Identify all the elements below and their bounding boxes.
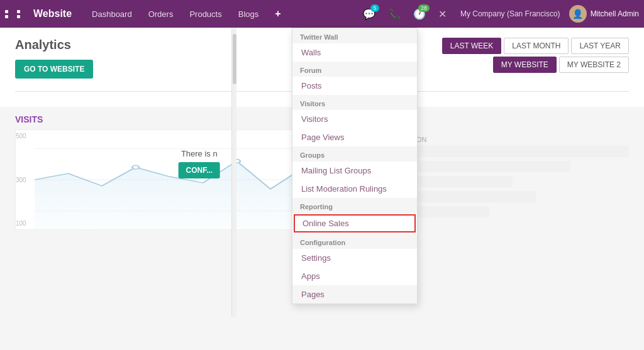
chat-icon-button[interactable]: 💬 5 [358, 6, 380, 23]
chat-badge: 5 [370, 4, 379, 12]
clock-icon-button[interactable]: 🕐 28 [408, 6, 431, 23]
section-header-groups: Groups [292, 146, 417, 161]
menu-item-walls[interactable]: Walls [292, 43, 417, 62]
navbar: Website Dashboard Orders Products Blogs … [0, 0, 644, 28]
username: Mitchell Admin [591, 9, 639, 18]
filter-my-website-2[interactable]: MY WEBSITE 2 [559, 57, 629, 73]
menu-item-mailing-list-groups[interactable]: Mailing List Groups [292, 161, 417, 180]
menu-item-visitors[interactable]: Visitors [292, 110, 417, 128]
session-label: SESSION [396, 136, 629, 143]
filter-buttons: LAST WEEK LAST MONTH LAST YEAR MY WEBSIT… [442, 38, 629, 73]
nav-icons: 💬 5 📞 🕐 28 ✕ My Company (San Francisco) … [358, 5, 639, 23]
go-to-website-button[interactable]: GO TO WEBSITE [15, 60, 93, 79]
nav-blogs[interactable]: Blogs [231, 6, 267, 23]
apps-grid-icon[interactable] [5, 10, 27, 18]
clock-badge: 28 [418, 4, 430, 12]
nav-dashboard[interactable]: Dashboard [84, 6, 140, 23]
section-header-visitors: Visitors [292, 95, 417, 110]
website-filter-row: MY WEBSITE MY WEBSITE 2 [493, 57, 629, 73]
section-header-configuration: Configuration [292, 234, 417, 249]
company-selector[interactable]: My Company (San Francisco) [454, 7, 567, 21]
y-label-mid: 300 [16, 177, 26, 183]
user-menu[interactable]: 👤 Mitchell Admin [569, 5, 639, 23]
nav-orders[interactable]: Orders [141, 6, 181, 23]
avatar: 👤 [569, 5, 587, 23]
nav-add-button[interactable]: + [267, 4, 288, 23]
filter-my-website[interactable]: MY WEBSITE [493, 57, 557, 73]
menu-item-apps[interactable]: Apps [292, 267, 417, 285]
close-icon[interactable]: ✕ [433, 6, 452, 23]
dropdown-scrollbar-track[interactable] [231, 28, 236, 317]
session-bar-2 [396, 161, 571, 172]
menu-item-settings[interactable]: Settings [292, 249, 417, 267]
section-header-forum: Forum [292, 62, 417, 77]
menu-item-page-views[interactable]: Page Views [292, 128, 417, 146]
svg-point-3 [132, 165, 139, 169]
filter-last-week[interactable]: LAST WEEK [442, 38, 501, 54]
period-filter-row: LAST WEEK LAST MONTH LAST YEAR [442, 38, 629, 54]
section-header-reporting: Reporting [292, 198, 417, 213]
dropdown-scrollbar-thumb[interactable] [233, 34, 236, 84]
menu-item-posts[interactable]: Posts [292, 77, 417, 95]
filter-last-year[interactable]: LAST YEAR [571, 38, 629, 54]
menu-item-list-moderation-rulings[interactable]: List Moderation Rulings [292, 180, 417, 198]
y-label-bot: 100 [16, 220, 26, 227]
y-label-top: 500 [16, 133, 26, 139]
configure-button[interactable]: CONF... [178, 162, 220, 178]
no-data-overlay: There is n CONF... [178, 149, 220, 182]
nav-products[interactable]: Products [182, 6, 229, 23]
session-bars: SESSION [396, 129, 629, 217]
phone-icon-button[interactable]: 📞 [383, 6, 406, 23]
menu-item-pages[interactable]: Pages [292, 285, 417, 304]
dropdown-menu: Twitter Wall Walls Forum Posts Visitors … [292, 28, 418, 304]
nav-links: Dashboard Orders Products Blogs + [84, 4, 358, 23]
section-header-twitter-wall: Twitter Wall [292, 28, 417, 43]
brand-logo[interactable]: Website [33, 8, 72, 19]
menu-item-online-sales[interactable]: Online Sales [294, 214, 416, 232]
session-bar-1 [396, 146, 629, 157]
y-axis-labels: 500 300 100 [16, 130, 26, 229]
filter-last-month[interactable]: LAST MONTH [504, 38, 569, 54]
chart-right: SESSION [384, 129, 629, 255]
no-data-message: There is n [178, 149, 220, 158]
